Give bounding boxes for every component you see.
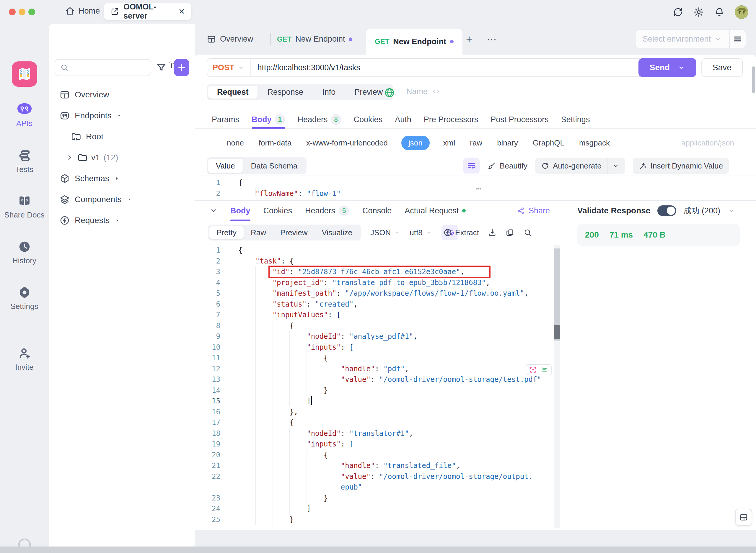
body-type-msgpack[interactable]: msgpack xyxy=(578,136,611,150)
tree-item-endpoints[interactable]: Endpoints xyxy=(49,105,195,126)
body-type-xml[interactable]: xml xyxy=(442,136,456,150)
rail-item-share-docs[interactable]: Share Docs xyxy=(0,194,49,220)
response-scrollbar[interactable] xyxy=(554,245,560,528)
rail-item-invite[interactable]: Invite xyxy=(0,346,49,372)
window-zoom-button[interactable] xyxy=(28,9,35,15)
validation-scenario[interactable]: 成功 (200) xyxy=(683,206,720,216)
response-tab-actual-request[interactable]: Actual Request xyxy=(405,201,466,221)
response-encoding-select[interactable]: utf8 xyxy=(410,228,432,237)
section-auth[interactable]: Auth xyxy=(395,111,411,128)
response-tab-console[interactable]: Console xyxy=(362,201,392,221)
chevron-down-icon[interactable] xyxy=(612,162,619,169)
search-response-icon[interactable] xyxy=(523,228,532,237)
bell-icon[interactable] xyxy=(714,7,725,17)
home-tab[interactable]: Home xyxy=(65,6,100,16)
response-tab-headers[interactable]: Headers 5 xyxy=(305,201,349,221)
sync-icon[interactable] xyxy=(673,7,683,17)
response-tab-cookies[interactable]: Cookies xyxy=(263,201,292,221)
format-tab-visualize[interactable]: Visualize xyxy=(315,226,359,239)
filter-icon[interactable] xyxy=(156,62,168,74)
response-tab-body[interactable]: Body xyxy=(230,201,251,221)
project-tab-close-icon[interactable]: ✕ xyxy=(179,7,185,16)
tab-overview[interactable]: Overview xyxy=(207,24,253,55)
project-tab[interactable]: OOMOL-server ✕ xyxy=(104,3,191,20)
section-settings[interactable]: Settings xyxy=(561,111,590,128)
tree-item-root[interactable]: Root xyxy=(49,126,195,147)
window-scrollbar-thumb[interactable] xyxy=(752,66,755,93)
body-type-graphql[interactable]: GraphQL xyxy=(532,136,565,150)
inline-editor-tools[interactable] xyxy=(526,364,552,375)
rail-item-tests[interactable]: Tests xyxy=(0,149,49,174)
view-tab-response[interactable]: Response xyxy=(259,86,313,98)
auto-generate-button[interactable]: Auto-generate xyxy=(535,158,625,174)
body-type-binary[interactable]: binary xyxy=(496,136,519,150)
window-close-button[interactable] xyxy=(9,9,16,15)
environment-menu-icon[interactable] xyxy=(730,34,746,44)
save-button[interactable]: Save xyxy=(701,58,743,77)
response-body-editor[interactable]: 1{2 "task": {3 "id": "25d87873-f76c-46cb… xyxy=(195,243,565,530)
response-type-select[interactable]: JSON xyxy=(370,228,400,237)
section-cookies[interactable]: Cookies xyxy=(354,111,383,128)
extract-button[interactable]: Extract xyxy=(443,228,479,237)
body-type-raw[interactable]: raw xyxy=(469,136,483,150)
tree-item-components[interactable]: Components xyxy=(49,189,195,210)
tree-item-overview[interactable]: Overview xyxy=(49,84,195,105)
insert-dynamic-value-button[interactable]: Insert Dynamic Value xyxy=(633,158,729,174)
view-tab-info[interactable]: Info xyxy=(313,86,344,98)
search-box[interactable] xyxy=(55,59,151,76)
tree-item-requests[interactable]: Requests xyxy=(49,210,195,231)
share-button[interactable]: Share xyxy=(517,206,550,216)
add-endpoint-button[interactable] xyxy=(174,59,189,76)
view-tab-request[interactable]: Request xyxy=(208,86,258,98)
tab-endpoint-1[interactable]: GET New Endpoint xyxy=(277,24,352,55)
body-type-form-data[interactable]: form-data xyxy=(258,136,293,150)
avatar[interactable] xyxy=(735,5,748,19)
layout-toggle-button[interactable] xyxy=(735,509,752,526)
tab-endpoint-2-active[interactable]: GET New Endpoint xyxy=(366,29,463,55)
globe-icon[interactable] xyxy=(384,87,395,98)
body-type-none[interactable]: none xyxy=(226,136,245,150)
section-headers[interactable]: Headers 8 xyxy=(298,111,341,128)
validate-response-toggle[interactable] xyxy=(658,206,676,216)
window-minimize-button[interactable] xyxy=(19,9,25,15)
url-input[interactable] xyxy=(251,63,642,72)
project-logo[interactable] xyxy=(12,61,37,87)
tree-item-schemas[interactable]: Schemas xyxy=(49,168,195,189)
rail-item-apis[interactable]: APIs xyxy=(0,103,49,128)
align-value-icon[interactable] xyxy=(540,366,548,374)
copy-icon[interactable] xyxy=(505,228,514,237)
tests-icon xyxy=(18,149,31,162)
word-wrap-icon[interactable] xyxy=(463,158,480,173)
body-type-urlencoded[interactable]: x-www-form-urlencoded xyxy=(305,136,389,150)
rail-item-settings[interactable]: Settings xyxy=(0,286,49,311)
extract-icon xyxy=(443,228,452,237)
beautify-button[interactable]: Beautify xyxy=(487,161,528,171)
environment-selector[interactable]: Select environment xyxy=(635,29,746,49)
more-tabs-icon[interactable]: ⋯ xyxy=(487,24,497,55)
editor-tab-data-schema[interactable]: Data Schema xyxy=(243,159,305,173)
locate-value-icon[interactable] xyxy=(529,366,537,374)
chevron-down-icon[interactable] xyxy=(727,207,735,215)
collapse-response-icon[interactable] xyxy=(210,207,217,215)
endpoint-name-field[interactable]: Name xyxy=(402,86,440,96)
send-button[interactable]: Send xyxy=(638,58,696,77)
section-post-processors[interactable]: Post Processors xyxy=(490,111,549,128)
add-tab-button[interactable]: + xyxy=(466,24,472,55)
format-tab-pretty[interactable]: Pretty xyxy=(209,226,244,239)
method-select[interactable]: POST xyxy=(207,63,251,72)
gear-icon[interactable] xyxy=(693,7,704,17)
body-type-json[interactable]: json xyxy=(401,136,430,150)
editor-tab-value[interactable]: Value xyxy=(208,159,243,173)
rail-item-history[interactable]: History xyxy=(0,240,49,265)
section-body[interactable]: Body 1 xyxy=(252,111,285,128)
code-line: 3 "id": "25d87873-f76c-46cb-afc1-e6152e3… xyxy=(195,266,565,278)
section-params[interactable]: Params xyxy=(212,111,239,128)
share-label: Share xyxy=(529,206,550,216)
download-icon[interactable] xyxy=(488,228,497,237)
request-body-editor[interactable]: 1{2 "flowName": "flow-1" ⋯ xyxy=(195,176,756,195)
format-tab-preview[interactable]: Preview xyxy=(273,226,315,239)
format-tab-raw[interactable]: Raw xyxy=(244,226,273,239)
tree-item-v1[interactable]: v1 (12) xyxy=(49,147,195,168)
section-pre-processors[interactable]: Pre Processors xyxy=(424,111,478,128)
scrollbar-handle[interactable] xyxy=(554,325,560,339)
